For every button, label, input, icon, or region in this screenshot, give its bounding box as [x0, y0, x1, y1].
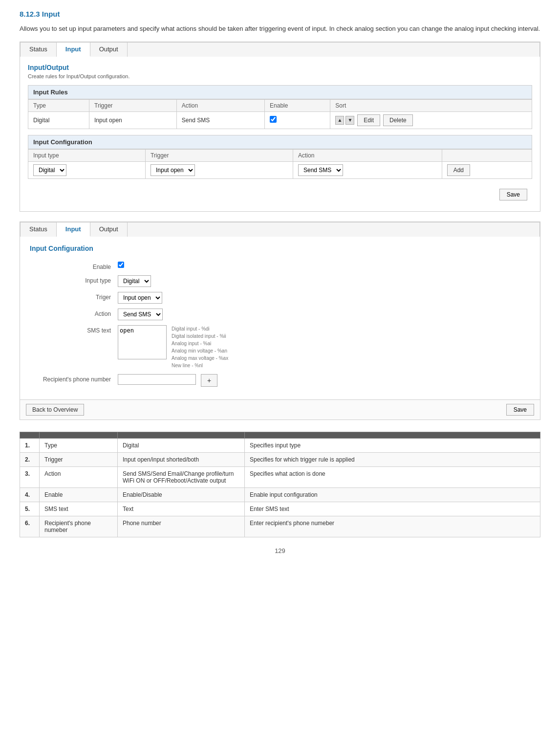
table-row: 4. Enable Enable/Disable Enable input co… — [20, 487, 540, 502]
tab-input-1[interactable]: Input — [57, 43, 90, 57]
row-col2: Digital — [118, 438, 245, 452]
back-to-overview-button[interactable]: Back to Overview — [26, 404, 84, 416]
input-type-label: Input type — [30, 275, 118, 284]
trigger-row: Triger Input open — [30, 292, 530, 304]
tab-bar-1: Status Input Output — [20, 42, 540, 57]
hint-line-0: Digital input - %di — [172, 326, 210, 332]
row-col3: Specifies for which trigger rule is appl… — [245, 452, 540, 466]
action-label: Action — [30, 309, 118, 317]
row-col1: Trigger — [40, 452, 118, 466]
hint-line-3: Analog min voltage - %an — [172, 348, 227, 354]
tab-output-2[interactable]: Output — [90, 222, 128, 237]
phone-add-button[interactable]: + — [201, 374, 217, 387]
panel-1: Status Input Output Input/Output Create … — [20, 42, 540, 212]
tab-bar-2: Status Input Output — [20, 222, 540, 237]
row-col3: Enter recipient's phone numeber — [245, 516, 540, 537]
panel-2-save-button[interactable]: Save — [506, 404, 534, 416]
tab-status-1[interactable]: Status — [21, 43, 57, 57]
input-type-select[interactable]: Digital — [118, 275, 151, 287]
panel-1-footer: Save — [28, 185, 532, 204]
th-num — [20, 432, 40, 438]
row-col1: Recipient's phone numeber — [40, 516, 118, 537]
input-type-control: Digital — [118, 275, 151, 287]
phone-input[interactable]: +37063000000 — [118, 374, 196, 385]
hint-line-2: Analog input - %ai — [172, 341, 211, 346]
rule-type: Digital — [28, 111, 89, 129]
phone-label: Recipient's phone number — [30, 374, 118, 383]
page-number: 129 — [20, 547, 540, 554]
sms-hint: Digital input - %di Digital isolated inp… — [172, 325, 228, 369]
tab-status-2[interactable]: Status — [21, 222, 57, 237]
panel-1-subtitle: Create rules for Input/Output configurat… — [28, 73, 532, 79]
row-col2: Send SMS/Send Email/Change profile/turn … — [118, 466, 245, 487]
row-col1: Enable — [40, 487, 118, 502]
row-col2: Phone number — [118, 516, 245, 537]
row-col2: Enable/Disable — [118, 487, 245, 502]
cfg-input-type-select[interactable]: Digital — [33, 164, 66, 176]
row-col3: Enter SMS text — [245, 502, 540, 516]
panel-2-title: Input Configuration — [30, 244, 530, 252]
cfg-col-empty — [442, 149, 532, 161]
rule-enable-checkbox[interactable] — [270, 116, 277, 123]
panel-2-footer: Back to Overview Save — [20, 399, 540, 420]
tab-output-1[interactable]: Output — [90, 43, 128, 57]
rule-sort-cell: ▲ ▼ Edit Delete — [330, 111, 532, 129]
table-row: 2. Trigger Input open/input shorted/both… — [20, 452, 540, 466]
col-action: Action — [176, 99, 264, 111]
cfg-trigger-cell: Input open — [145, 161, 293, 178]
row-col3: Specifies what action is done — [245, 466, 540, 487]
col-type: Type — [28, 99, 89, 111]
input-config-header: Input Configuration — [28, 135, 532, 149]
table-row: Digital Input open Send SMS ▲ ▼ Edit — [28, 111, 532, 129]
trigger-label: Triger — [30, 292, 118, 301]
sort-buttons: ▲ ▼ — [335, 116, 354, 125]
tab-input-2[interactable]: Input — [57, 222, 90, 237]
action-select[interactable]: Send SMS — [118, 309, 163, 320]
hint-line-5: New line - %nl — [172, 363, 203, 368]
cfg-action-select[interactable]: Send SMS — [298, 164, 343, 176]
enable-checkbox[interactable] — [118, 262, 124, 268]
row-col1: Type — [40, 438, 118, 452]
table-row: 3. Action Send SMS/Send Email/Change pro… — [20, 466, 540, 487]
row-col2: Input open/input shorted/both — [118, 452, 245, 466]
sms-text-input[interactable]: open — [118, 325, 167, 359]
info-table: 1. Type Digital Specifies input type 2. … — [20, 432, 540, 537]
table-row: 1. Type Digital Specifies input type — [20, 438, 540, 452]
row-col1: Action — [40, 466, 118, 487]
row-num: 1. — [20, 438, 40, 452]
table-row: 6. Recipient's phone numeber Phone numbe… — [20, 516, 540, 537]
cfg-trigger-select[interactable]: Input open — [151, 164, 195, 176]
action-control: Send SMS — [118, 309, 163, 320]
sort-down-btn[interactable]: ▼ — [345, 116, 354, 125]
panel-1-save-button[interactable]: Save — [499, 189, 527, 200]
delete-button[interactable]: Delete — [383, 114, 413, 126]
input-type-row: Input type Digital — [30, 275, 530, 287]
cfg-col-type: Input type — [28, 149, 146, 161]
rule-trigger: Input open — [89, 111, 177, 129]
row-num: 6. — [20, 516, 40, 537]
row-num: 4. — [20, 487, 40, 502]
row-col2: Text — [118, 502, 245, 516]
row-col3: Specifies input type — [245, 438, 540, 452]
cfg-col-action: Action — [293, 149, 442, 161]
sms-text-row: SMS text open Digital input - %di Digita… — [30, 325, 530, 369]
cfg-input-type-cell: Digital — [28, 161, 146, 178]
sort-up-btn[interactable]: ▲ — [335, 116, 344, 125]
input-rules-table: Type Trigger Action Enable Sort Digital … — [28, 99, 532, 129]
col-trigger: Trigger — [89, 99, 177, 111]
rule-enable-cell — [265, 111, 330, 129]
config-row: Digital Input open Send SMS A — [28, 161, 532, 178]
th-col1 — [40, 432, 118, 438]
panel-1-content: Input/Output Create rules for Input/Outp… — [20, 57, 540, 211]
add-rule-button[interactable]: Add — [447, 164, 470, 176]
phone-control: +37063000000 + — [118, 374, 217, 387]
edit-button[interactable]: Edit — [357, 114, 380, 126]
rule-action: Send SMS — [176, 111, 264, 129]
row-num: 2. — [20, 452, 40, 466]
cfg-col-trigger: Trigger — [145, 149, 293, 161]
hint-line-4: Analog max voltage - %ax — [172, 355, 228, 361]
sms-text-control: open Digital input - %di Digital isolate… — [118, 325, 228, 369]
trigger-select[interactable]: Input open — [118, 292, 162, 304]
cfg-action-cell: Send SMS — [293, 161, 442, 178]
col-sort: Sort — [330, 99, 532, 111]
